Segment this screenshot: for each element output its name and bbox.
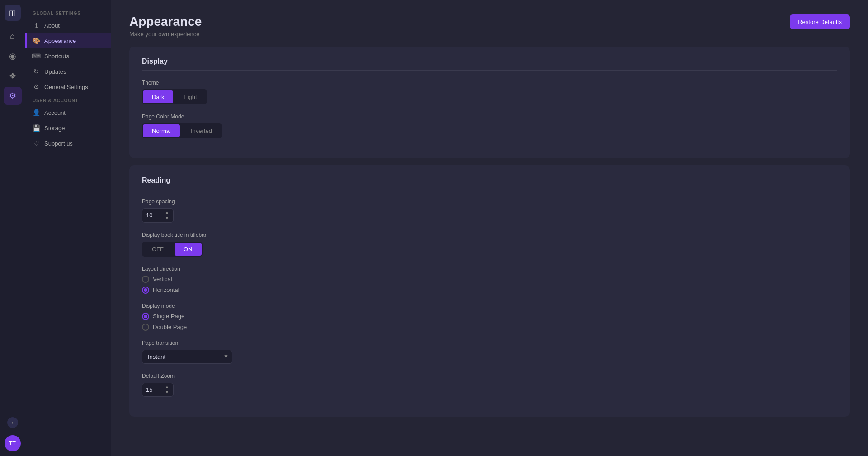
theme-light-button[interactable]: Light xyxy=(175,90,206,103)
default-zoom-input[interactable] xyxy=(142,384,163,396)
page-color-mode-row: Page Color Mode Normal Inverted xyxy=(142,113,837,138)
general-settings-icon: ⚙ xyxy=(33,83,40,90)
page-spacing-arrows: ▲ ▼ xyxy=(163,209,171,222)
layout-direction-radio-group: Vertical Horizontal xyxy=(142,276,837,294)
sidebar-item-label-support: Support us xyxy=(44,140,73,147)
sidebar-item-about[interactable]: ℹ About xyxy=(25,18,111,33)
page-color-mode-label: Page Color Mode xyxy=(142,113,837,120)
display-mode-label: Display mode xyxy=(142,303,837,309)
page-transition-select-wrap: Instant Slide Fade ▼ xyxy=(142,350,232,364)
storage-icon: 💾 xyxy=(33,124,40,132)
page-color-mode-toggle-group: Normal Inverted xyxy=(142,123,222,138)
page-title: Appearance xyxy=(129,14,202,29)
reading-card: Reading Page spacing ▲ ▼ Display book ti… xyxy=(129,165,850,417)
sidebar-item-label-general: General Settings xyxy=(44,84,88,90)
page-spacing-input-wrap: ▲ ▼ xyxy=(142,208,174,223)
sidebar-item-label-updates: Updates xyxy=(44,68,66,75)
plugins-nav-icon[interactable]: ❖ xyxy=(4,67,22,85)
layout-horizontal-option[interactable]: Horizontal xyxy=(142,287,837,294)
layout-vertical-option[interactable]: Vertical xyxy=(142,276,837,283)
display-mode-single-radio[interactable] xyxy=(142,313,149,320)
page-header: Appearance Make your own experience Rest… xyxy=(111,0,868,47)
sidebar-item-general-settings[interactable]: ⚙ General Settings xyxy=(25,79,111,94)
icon-bar: ◫ ⌂ ◉ ❖ ⚙ › TT xyxy=(0,0,25,456)
display-mode-single-option[interactable]: Single Page xyxy=(142,313,837,320)
layout-direction-row: Layout direction Vertical Horizontal xyxy=(142,266,837,294)
display-book-title-off-button[interactable]: OFF xyxy=(143,243,173,256)
layout-vertical-radio[interactable] xyxy=(142,276,149,283)
page-transition-label: Page transition xyxy=(142,340,837,346)
display-mode-row: Display mode Single Page Double Page xyxy=(142,303,837,331)
page-spacing-row: Page spacing ▲ ▼ xyxy=(142,198,837,223)
default-zoom-arrows: ▲ ▼ xyxy=(163,383,171,397)
page-spacing-down-arrow[interactable]: ▼ xyxy=(165,216,170,221)
default-zoom-label: Default Zoom xyxy=(142,373,837,379)
page-spacing-up-arrow[interactable]: ▲ xyxy=(165,210,170,216)
support-icon: ♡ xyxy=(33,140,40,147)
user-account-label: USER & ACCOUNT xyxy=(25,94,111,105)
theme-dark-button[interactable]: Dark xyxy=(143,90,173,103)
display-card-title: Display xyxy=(142,57,837,71)
page-transition-select[interactable]: Instant Slide Fade xyxy=(142,350,232,364)
sidebar-item-shortcuts[interactable]: ⌨ Shortcuts xyxy=(25,48,111,64)
app-logo: ◫ xyxy=(5,5,21,21)
theme-setting-row: Theme Dark Light xyxy=(142,80,837,104)
app-logo-icon: ◫ xyxy=(9,9,16,17)
sidebar-item-label-account: Account xyxy=(44,109,66,116)
sidebar-item-updates[interactable]: ↻ Updates xyxy=(25,64,111,79)
shortcuts-icon: ⌨ xyxy=(33,52,40,60)
home-nav-icon[interactable]: ⌂ xyxy=(4,27,22,45)
display-mode-double-radio[interactable] xyxy=(142,324,149,331)
display-card: Display Theme Dark Light Page Color Mode… xyxy=(129,47,850,158)
layout-horizontal-radio[interactable] xyxy=(142,287,149,294)
appearance-icon: 🎨 xyxy=(33,37,40,44)
display-mode-radio-group: Single Page Double Page xyxy=(142,313,837,331)
about-icon: ℹ xyxy=(33,22,40,29)
sidebar-item-label-about: About xyxy=(44,22,60,29)
sidebar: GLOBAL SETTINGS ℹ About 🎨 Appearance ⌨ S… xyxy=(25,0,111,456)
page-title-group: Appearance Make your own experience xyxy=(129,14,202,38)
page-transition-row: Page transition Instant Slide Fade ▼ xyxy=(142,340,837,364)
settings-nav-icon[interactable]: ⚙ xyxy=(4,87,22,105)
collapse-sidebar-button[interactable]: › xyxy=(7,417,18,428)
updates-icon: ↻ xyxy=(33,68,40,75)
display-mode-double-option[interactable]: Double Page xyxy=(142,324,837,331)
layout-vertical-label: Vertical xyxy=(153,276,172,282)
page-color-normal-button[interactable]: Normal xyxy=(143,124,180,137)
page-spacing-input[interactable] xyxy=(142,209,163,221)
dashboard-nav-icon[interactable]: ◉ xyxy=(4,47,22,65)
content-area: Display Theme Dark Light Page Color Mode… xyxy=(111,47,868,442)
sidebar-item-storage[interactable]: 💾 Storage xyxy=(25,120,111,136)
sidebar-item-label-storage: Storage xyxy=(44,125,65,132)
global-settings-label: GLOBAL SETTINGS xyxy=(25,7,111,18)
main-content: Appearance Make your own experience Rest… xyxy=(111,0,868,456)
account-icon: 👤 xyxy=(33,109,40,116)
avatar[interactable]: TT xyxy=(5,435,21,451)
sidebar-item-account[interactable]: 👤 Account xyxy=(25,105,111,120)
default-zoom-down-arrow[interactable]: ▼ xyxy=(165,390,170,395)
sidebar-item-appearance[interactable]: 🎨 Appearance xyxy=(25,33,111,48)
page-subtitle: Make your own experience xyxy=(129,31,202,38)
display-mode-single-label: Single Page xyxy=(153,313,184,320)
page-spacing-label: Page spacing xyxy=(142,198,837,205)
display-book-title-row: Display book title in titlebar OFF ON xyxy=(142,232,837,257)
restore-defaults-button[interactable]: Restore Defaults xyxy=(790,14,850,29)
theme-toggle-group: Dark Light xyxy=(142,89,207,104)
layout-horizontal-label: Horizontal xyxy=(153,287,179,293)
layout-direction-label: Layout direction xyxy=(142,266,837,272)
default-zoom-input-wrap: ▲ ▼ xyxy=(142,383,174,397)
default-zoom-row: Default Zoom ▲ ▼ xyxy=(142,373,837,397)
sidebar-item-label-appearance: Appearance xyxy=(44,38,76,44)
display-book-title-toggle-group: OFF ON xyxy=(142,242,203,257)
display-book-title-on-button[interactable]: ON xyxy=(175,243,202,256)
theme-label: Theme xyxy=(142,80,837,86)
sidebar-item-support-us[interactable]: ♡ Support us xyxy=(25,136,111,151)
default-zoom-up-arrow[interactable]: ▲ xyxy=(165,384,170,390)
display-book-title-label: Display book title in titlebar xyxy=(142,232,837,238)
reading-card-title: Reading xyxy=(142,176,837,189)
sidebar-item-label-shortcuts: Shortcuts xyxy=(44,53,69,60)
display-mode-double-label: Double Page xyxy=(153,324,187,330)
page-color-inverted-button[interactable]: Inverted xyxy=(182,124,221,137)
